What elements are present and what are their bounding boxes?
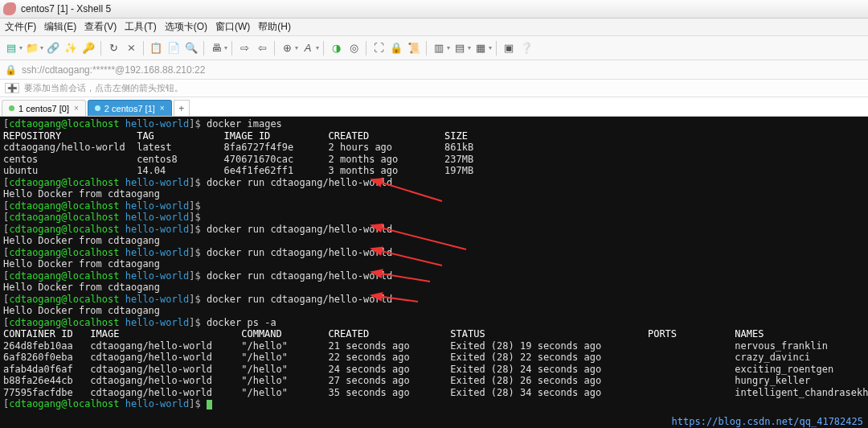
tab-bar: 1 centos7 [0] × 2 centos7 [1] × + bbox=[0, 97, 868, 117]
search-icon[interactable]: 🔍 bbox=[183, 40, 199, 56]
address-bar[interactable]: 🔒 ssh://cdtaogang:******@192.168.88.210:… bbox=[0, 60, 868, 80]
hint-bar: ➕ 要添加当前会话，点击左侧的箭头按钮。 bbox=[0, 80, 868, 97]
dropdown-icon[interactable]: ▾ bbox=[316, 44, 319, 51]
tab-label: 1 centos7 [0] bbox=[18, 104, 69, 113]
reconnect-icon[interactable]: ↻ bbox=[105, 40, 121, 56]
tab-centos7-1[interactable]: 2 centos7 [1] × bbox=[88, 100, 172, 116]
panel1-icon[interactable]: ▥ bbox=[431, 40, 447, 56]
circle-icon[interactable]: ◎ bbox=[346, 40, 362, 56]
new-tab-button[interactable]: + bbox=[174, 100, 190, 116]
tab-centos7-0[interactable]: 1 centos7 [0] × bbox=[2, 100, 86, 116]
toolbar: ▤▾ 📁▾ 🔗 ✨ 🔑 ↻ ⨯ 📋 📄 🔍 🖶▾ ⇨ ⇦ ⊕▾ A▾ ◑ ◎ ⛶… bbox=[0, 36, 868, 60]
dropdown-icon[interactable]: ▾ bbox=[468, 44, 471, 51]
key-icon[interactable]: 🔑 bbox=[80, 40, 96, 56]
tab-label: 2 centos7 [1] bbox=[104, 104, 155, 113]
menubar: 文件(F) 编辑(E) 查看(V) 工具(T) 选项卡(O) 窗口(W) 帮助(… bbox=[0, 19, 868, 36]
dropdown-icon[interactable]: ▾ bbox=[224, 44, 227, 51]
menu-tabs[interactable]: 选项卡(O) bbox=[165, 20, 207, 34]
app-icon bbox=[3, 2, 16, 15]
disconnect-icon[interactable]: ⨯ bbox=[123, 40, 139, 56]
font-icon[interactable]: A bbox=[300, 40, 316, 56]
panel3-icon[interactable]: ▦ bbox=[473, 40, 489, 56]
separator bbox=[231, 41, 232, 56]
watermark: https://blog.csdn.net/qq_41782425 bbox=[672, 416, 863, 428]
separator bbox=[426, 41, 427, 56]
send-icon[interactable]: ⇨ bbox=[236, 40, 252, 56]
separator bbox=[100, 41, 101, 56]
paste-icon[interactable]: 📄 bbox=[166, 40, 182, 56]
globe-icon[interactable]: ⊕ bbox=[279, 40, 295, 56]
help-icon[interactable]: ❔ bbox=[518, 40, 534, 56]
separator bbox=[143, 41, 144, 56]
panel2-icon[interactable]: ▤ bbox=[452, 40, 468, 56]
receive-icon[interactable]: ⇦ bbox=[254, 40, 270, 56]
hint-text: 要添加当前会话，点击左侧的箭头按钮。 bbox=[24, 82, 183, 94]
status-dot-icon bbox=[9, 105, 14, 111]
close-icon[interactable]: × bbox=[160, 104, 165, 113]
menu-view[interactable]: 查看(V) bbox=[84, 20, 117, 34]
lock-icon[interactable]: 🔒 bbox=[388, 40, 404, 56]
dropdown-icon[interactable]: ▾ bbox=[489, 44, 492, 51]
scroll-icon[interactable]: 📜 bbox=[406, 40, 422, 56]
menu-edit[interactable]: 编辑(E) bbox=[44, 20, 76, 34]
separator bbox=[366, 41, 366, 56]
menu-tools[interactable]: 工具(T) bbox=[125, 20, 156, 34]
separator bbox=[274, 41, 275, 56]
annotation-arrow bbox=[0, 117, 482, 428]
color-icon[interactable]: ◑ bbox=[328, 40, 344, 56]
dropdown-icon[interactable]: ▾ bbox=[19, 44, 23, 51]
dropdown-icon[interactable]: ▾ bbox=[40, 44, 43, 51]
menu-window[interactable]: 窗口(W) bbox=[215, 20, 250, 34]
separator bbox=[203, 41, 204, 56]
close-icon[interactable]: × bbox=[74, 104, 79, 113]
menu-file[interactable]: 文件(F) bbox=[5, 20, 36, 34]
window-titlebar: centos7 [1] - Xshell 5 bbox=[0, 0, 868, 19]
dropdown-icon[interactable]: ▾ bbox=[295, 44, 298, 51]
add-session-icon[interactable]: ➕ bbox=[5, 83, 19, 93]
copy-icon[interactable]: 📋 bbox=[148, 40, 164, 56]
separator bbox=[496, 41, 497, 56]
status-dot-icon bbox=[95, 105, 100, 111]
dropdown-icon[interactable]: ▾ bbox=[447, 44, 450, 51]
open-folder-icon[interactable]: 📁 bbox=[24, 40, 40, 56]
terminal-pane[interactable]: [cdtaogang@localhost hello-world]$ docke… bbox=[0, 117, 868, 428]
window-title: centos7 [1] - Xshell 5 bbox=[21, 3, 111, 14]
connect-icon[interactable]: 🔗 bbox=[45, 40, 61, 56]
script-icon[interactable]: ▣ bbox=[501, 40, 517, 56]
lock-icon: 🔒 bbox=[5, 64, 17, 76]
fullscreen-icon[interactable]: ⛶ bbox=[371, 40, 387, 56]
svg-line-4 bbox=[371, 295, 418, 302]
ssh-address: ssh://cdtaogang:******@192.168.88.210:22 bbox=[22, 64, 205, 76]
magic-icon[interactable]: ✨ bbox=[63, 40, 79, 56]
separator bbox=[323, 41, 324, 56]
menu-help[interactable]: 帮助(H) bbox=[258, 20, 291, 34]
print-icon[interactable]: 🖶 bbox=[208, 40, 224, 56]
new-session-icon[interactable]: ▤ bbox=[3, 40, 19, 56]
